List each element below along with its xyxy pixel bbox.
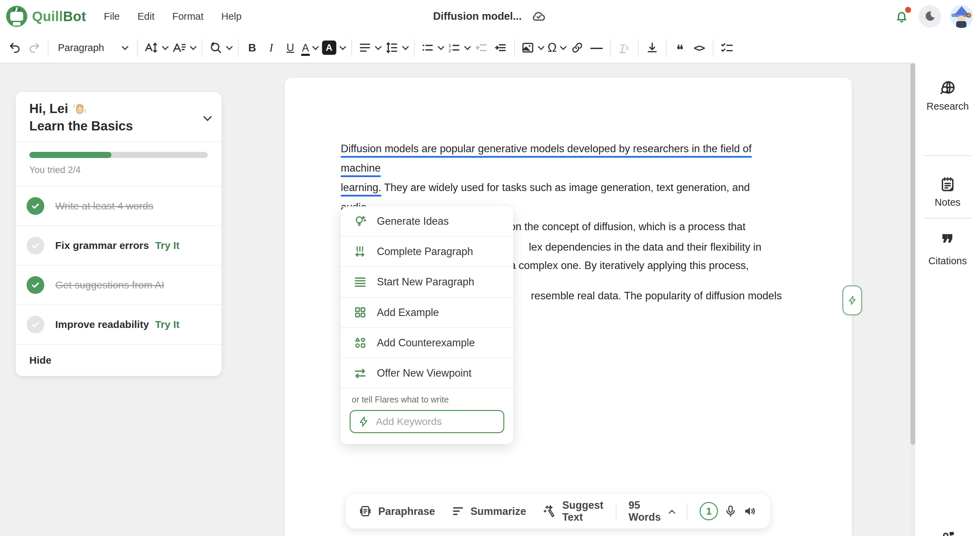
- right-sidebar: Research Notes ❞ Citations Feedback: [915, 33, 980, 536]
- paraphrase-button[interactable]: Paraphrase: [358, 504, 435, 518]
- task-write-4-words[interactable]: Write at least 4 words: [16, 187, 221, 226]
- user-avatar[interactable]: [950, 5, 973, 28]
- code-block-button[interactable]: <>: [690, 38, 709, 58]
- word-count-dropdown[interactable]: 95 Words: [629, 499, 675, 523]
- checklist-button[interactable]: [718, 38, 737, 58]
- complete-paragraph-icon: [353, 244, 368, 259]
- check-circle-icon: [27, 237, 44, 254]
- document-title[interactable]: Diffusion model...: [433, 10, 522, 22]
- font-family-dropdown[interactable]: [170, 38, 197, 58]
- task-improve-readability[interactable]: Improve readability Try It: [16, 305, 221, 345]
- menu-item-offer-new-viewpoint[interactable]: Offer New Viewpoint: [341, 358, 513, 389]
- numbered-list-dropdown[interactable]: 12: [445, 38, 472, 58]
- sidebar-item-research[interactable]: Research: [915, 79, 980, 112]
- doc-line-5-visible: resemble real data. The popularity of di…: [531, 286, 782, 306]
- scrollbar-thumb[interactable]: [910, 63, 915, 445]
- bulleted-list-dropdown[interactable]: [419, 38, 445, 58]
- menu-file[interactable]: File: [104, 11, 120, 22]
- sidebar-item-citations[interactable]: ❞ Citations: [915, 234, 980, 266]
- bold-button[interactable]: B: [243, 38, 262, 58]
- try-it-link[interactable]: Try It: [155, 319, 180, 330]
- grid-squares-icon: [353, 305, 368, 319]
- paraphrase-icon: [358, 504, 372, 518]
- paraphrase-tool-dropdown[interactable]: [207, 38, 234, 58]
- line-spacing-dropdown[interactable]: [383, 38, 410, 58]
- greeting-text: Hi, Lei: [29, 101, 68, 116]
- hide-button[interactable]: Hide: [16, 345, 221, 376]
- quillbot-logo[interactable]: QuillBot: [6, 6, 86, 27]
- task-fix-grammar[interactable]: Fix grammar errors Try It: [16, 226, 221, 266]
- indent-button[interactable]: [491, 38, 510, 58]
- progress-bar: [29, 152, 208, 158]
- sidebar-divider: [923, 155, 972, 156]
- check-circle-icon: [27, 316, 44, 333]
- blockquote-button[interactable]: ❝: [671, 38, 690, 58]
- menu-item-start-new-paragraph[interactable]: Start New Paragraph: [341, 267, 513, 297]
- bottom-action-bar: Paraphrase Summarize Suggest Text 95 Wor…: [345, 494, 770, 528]
- progress-bar-fill: [29, 152, 111, 158]
- feedback-person-icon: [939, 528, 957, 536]
- menu-item-add-example[interactable]: Add Example: [341, 298, 513, 328]
- menu-item-generate-ideas[interactable]: Generate Ideas: [341, 206, 513, 237]
- try-it-link[interactable]: Try It: [155, 240, 180, 251]
- suggest-text-button[interactable]: Suggest Text: [542, 499, 603, 523]
- summarize-button[interactable]: Summarize: [452, 505, 526, 518]
- menu-item-add-counterexample[interactable]: Add Counterexample: [341, 328, 513, 358]
- add-keywords-input[interactable]: [376, 416, 492, 427]
- menu-item-complete-paragraph[interactable]: Complete Paragraph: [341, 237, 513, 267]
- task-get-ai-suggestions[interactable]: Get suggestions from AI: [16, 266, 221, 305]
- scrollbar-track[interactable]: [910, 63, 915, 536]
- lightbulb-sparkle-icon: [353, 214, 368, 228]
- underline-button[interactable]: U: [281, 38, 300, 58]
- notification-badge: [905, 7, 911, 13]
- clear-formatting-button[interactable]: Tx: [615, 38, 634, 58]
- top-right-controls: [893, 0, 973, 33]
- redo-button[interactable]: [24, 38, 44, 58]
- progress-section: You tried 2/4: [16, 142, 221, 187]
- paragraph-style-dropdown[interactable]: Paragraph: [52, 38, 133, 58]
- outdent-button[interactable]: [472, 38, 491, 58]
- menu-edit[interactable]: Edit: [137, 11, 154, 22]
- sidebar-item-notes[interactable]: Notes: [915, 176, 980, 208]
- check-circle-icon: [27, 276, 44, 294]
- insert-link-button[interactable]: [568, 38, 587, 58]
- insert-image-dropdown[interactable]: [519, 38, 546, 58]
- magic-wand-icon: [542, 504, 556, 518]
- learn-basics-header[interactable]: Hi, Lei Learn the Basics: [16, 92, 221, 142]
- sidebar-divider: [923, 218, 972, 219]
- menu-help[interactable]: Help: [221, 11, 242, 22]
- text-align-dropdown[interactable]: [356, 38, 383, 58]
- top-bar: QuillBot File Edit Format Help Diffusion…: [0, 0, 980, 33]
- document-title-area: Diffusion model...: [433, 0, 547, 33]
- horizontal-rule-button[interactable]: —: [587, 38, 606, 58]
- menu-format[interactable]: Format: [172, 11, 204, 22]
- notes-notepad-icon: [939, 176, 956, 193]
- formatting-toolbar: Paragraph B I U A A 12: [0, 33, 915, 63]
- font-size-dropdown[interactable]: [142, 38, 170, 58]
- svg-text:2: 2: [449, 48, 451, 53]
- mixed-shapes-icon: [353, 335, 368, 350]
- dark-mode-toggle[interactable]: [919, 5, 941, 28]
- doc-line-1: Diffusion models are popular generative …: [341, 139, 773, 178]
- highlight-color-dropdown[interactable]: A: [320, 38, 347, 58]
- special-characters-dropdown[interactable]: Ω: [546, 38, 568, 58]
- summarize-icon: [452, 505, 465, 518]
- microphone-button[interactable]: [724, 504, 737, 518]
- sidebar-item-feedback[interactable]: Feedback: [915, 528, 980, 536]
- learn-basics-card: Hi, Lei Learn the Basics You tried 2/4 W…: [16, 92, 221, 376]
- flare-credits-badge[interactable]: 1: [700, 502, 718, 520]
- add-keywords-box[interactable]: [350, 410, 504, 433]
- cloud-saved-icon: [531, 8, 547, 24]
- swap-arrows-icon: [353, 366, 368, 381]
- undo-button[interactable]: [5, 38, 24, 58]
- flare-bolt-icon: [358, 415, 370, 428]
- export-download-button[interactable]: [643, 38, 662, 58]
- progress-label: You tried 2/4: [29, 165, 208, 175]
- notification-bell-icon[interactable]: [893, 8, 910, 24]
- citations-quote-icon: ❞: [942, 234, 954, 252]
- flares-suggestion-menu: Generate Ideas Complete Paragraph Start …: [341, 206, 513, 444]
- read-aloud-button[interactable]: [743, 504, 757, 518]
- text-color-dropdown[interactable]: A: [300, 38, 320, 58]
- flares-trigger-button[interactable]: [842, 285, 862, 316]
- italic-button[interactable]: I: [262, 38, 281, 58]
